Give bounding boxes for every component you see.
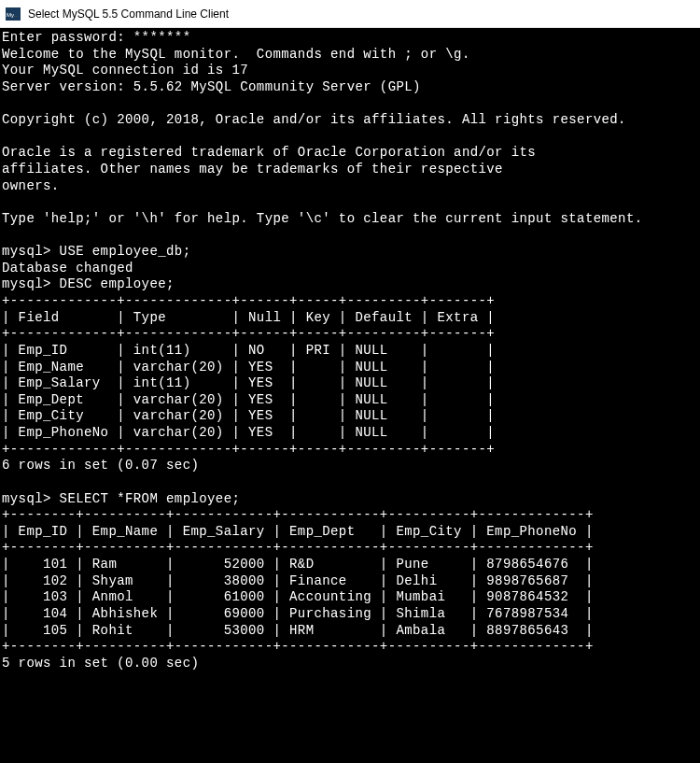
svg-text:My: My [7,12,14,18]
trademark-line-3: owners. [2,178,60,193]
desc-table-row: | Emp_City | varchar(20) | YES | | NULL … [2,408,495,423]
trademark-line-2: affiliates. Other names may be trademark… [2,162,503,177]
desc-table-border: +-------------+-------------+------+----… [2,442,495,457]
select-table-border: +--------+----------+------------+------… [2,639,594,654]
select-table-row: | 102 | Shyam | 38000 | Finance | Delhi … [2,573,594,588]
select-table-border: +--------+----------+------------+------… [2,507,594,522]
window-title: Select MySQL 5.5 Command Line Client [28,7,229,21]
desc-table-row: | Emp_Name | varchar(20) | YES | | NULL … [2,360,495,374]
connection-id-line: Your MySQL connection id is 17 [2,63,248,78]
trademark-line-1: Oracle is a registered trademark of Orac… [2,145,536,160]
select-table-header: | Emp_ID | Emp_Name | Emp_Salary | Emp_D… [2,524,594,539]
select-table-border: +--------+----------+------------+------… [2,540,594,555]
window-titlebar[interactable]: My .. Select MySQL 5.5 Command Line Clie… [0,0,700,28]
select-rowcount: 5 rows in set (0.00 sec) [2,656,199,671]
help-line: Type 'help;' or '\h' for help. Type '\c'… [2,211,643,226]
database-changed-line: Database changed [2,261,133,276]
desc-table-row: | Emp_Salary | int(11) | YES | | NULL | … [2,375,495,390]
desc-table-row: | Emp_PhoneNo | varchar(20) | YES | | NU… [2,425,495,440]
select-table-row: | 103 | Anmol | 61000 | Accounting | Mum… [2,589,594,604]
copyright-line: Copyright (c) 2000, 2018, Oracle and/or … [2,112,626,127]
desc-table-row: | Emp_ID | int(11) | NO | PRI | NULL | | [2,343,495,358]
password-line: Enter password: ******* [2,30,190,45]
desc-table-border: +-------------+-------------+------+----… [2,293,495,308]
desc-table-row: | Emp_Dept | varchar(20) | YES | | NULL … [2,392,495,407]
select-table-row: | 101 | Ram | 52000 | R&D | Pune | 87986… [2,557,594,572]
welcome-line: Welcome to the MySQL monitor. Commands e… [2,47,470,62]
select-table-row: | 105 | Rohit | 53000 | HRM | Ambala | 8… [2,623,594,638]
prompt-desc-employee: mysql> DESC employee; [2,276,175,291]
select-table-row: | 104 | Abhishek | 69000 | Purchasing | … [2,606,594,621]
prompt-select-employee: mysql> SELECT *FROM employee; [2,491,240,506]
svg-text:..: .. [14,12,17,18]
mysql-app-icon: My .. [4,7,22,21]
server-version-line: Server version: 5.5.62 MySQL Community S… [2,79,421,94]
desc-table-header: | Field | Type | Null | Key | Default | … [2,310,495,325]
prompt-use-db: mysql> USE employee_db; [2,244,190,259]
desc-rowcount: 6 rows in set (0.07 sec) [2,458,199,473]
terminal-output[interactable]: Enter password: ******* Welcome to the M… [0,28,700,763]
desc-table-border: +-------------+-------------+------+----… [2,326,495,341]
